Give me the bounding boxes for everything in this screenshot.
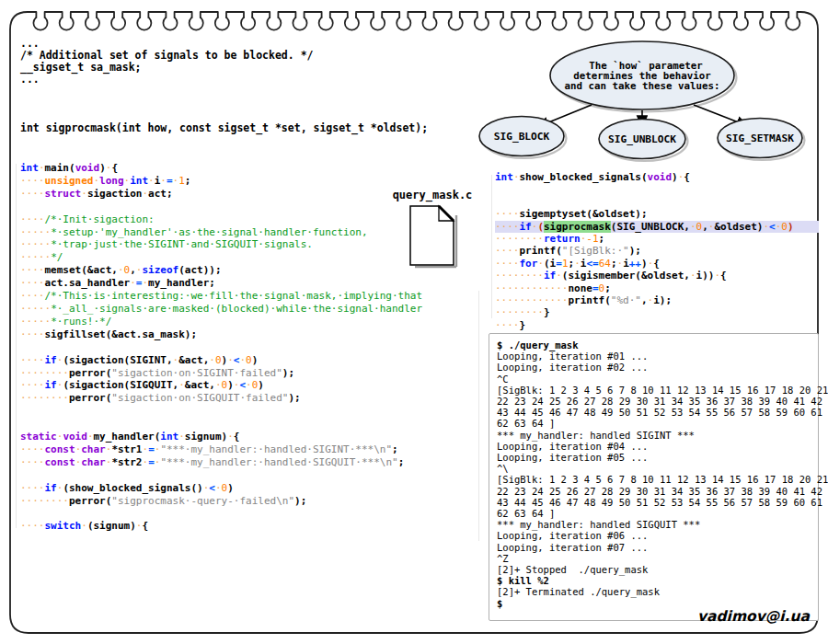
code-line: ····unsigned·long·int·i·=·1;: [20, 175, 422, 188]
spiral-loop-gap: [115, 15, 122, 18]
code-token: sigaction: [87, 188, 143, 200]
terminal-line: $ ./query_mask: [497, 339, 811, 351]
code-token: "***·my_handler:·handled·SIGINT·***\n": [160, 443, 392, 455]
code-line: ········perror("sigprocmask·-query-·fail…: [20, 495, 422, 508]
code-token: if: [45, 354, 57, 366]
terminal-window: $ ./query_maskLooping, iteration #01 ...…: [489, 333, 819, 621]
code-token: 1: [178, 175, 185, 187]
code-token: sigprocmask: [544, 221, 611, 233]
code-token: int: [20, 162, 39, 174]
code-token: ·: [690, 270, 696, 282]
code-token: (act));: [178, 264, 221, 276]
code-token: ····: [495, 221, 520, 233]
spiral-loop-gap: [426, 15, 433, 18]
code-token: *·runs!·*/: [51, 316, 111, 328]
code-token: ·: [209, 354, 215, 366]
code-token: ·: [178, 431, 185, 443]
terminal-line: *** my_handler: handled SIGINT ***: [497, 430, 811, 441]
code-line: [20, 418, 422, 431]
code-token: ····: [20, 354, 45, 366]
code-line: ····/*·Init·sigaction:: [20, 213, 422, 226]
code-line: ····}: [495, 319, 819, 331]
code-token: ;: [604, 282, 611, 294]
terminal-line: $ kill %2: [497, 575, 811, 586]
spiral-loop-gap: [452, 15, 459, 18]
spiral-loop-gap: [218, 15, 225, 18]
divider: [491, 175, 492, 318]
code-line: ············none=0;: [495, 282, 819, 294]
code-token: ·····: [20, 303, 51, 315]
spiral-loop-gap: [685, 15, 693, 18]
terminal-line: [2]+ Stopped ./query_mask: [497, 564, 811, 575]
code-token: sigemptyset(&oldset);: [520, 208, 648, 220]
code-token: ;: [599, 233, 605, 245]
code-token: ········: [20, 495, 69, 507]
code-line: [20, 469, 422, 482]
code-token: ): [227, 482, 234, 494]
code-token: ·: [81, 188, 87, 200]
code-line: ····if·(show_blocked_signals()·<·0): [20, 482, 422, 495]
code-token: my_handler(: [94, 431, 161, 443]
terminal-line: Looping, iteration #07 ...: [497, 542, 811, 553]
code-token: ····: [20, 290, 45, 302]
code-token: {: [142, 520, 148, 532]
main-code-block: int·main(void)·{····unsigned·long·int·i·…: [20, 162, 422, 533]
code-line: ·····*·trap·just·the·SIGINT·and·SIGQUIT·…: [20, 238, 422, 251]
code-token: ·: [118, 264, 124, 276]
terminal-line: ^\: [497, 463, 811, 474]
code-token: <=: [586, 258, 598, 270]
code-token: ·: [215, 482, 222, 494]
code-token: ········: [495, 306, 544, 318]
spiral-loop-gap: [63, 15, 70, 18]
code-line: ····const·char·*str2·=·"***·my_handler:·…: [20, 456, 422, 469]
code-token: ········: [20, 392, 69, 404]
code-token: "sigprocmask·-query-·failed\n": [111, 495, 294, 507]
divider: [16, 164, 17, 528]
code-token: "[SigBlk:·": [562, 245, 629, 257]
code-token: ·: [690, 221, 696, 233]
code-line: int sigprocmask(int how, const sigset_t …: [20, 122, 428, 134]
code-token: ····: [20, 264, 45, 276]
code-token: ····: [20, 277, 45, 289]
code-token: -1: [586, 233, 598, 245]
code-token: ····: [20, 175, 45, 187]
code-token: show_blocked_signals(: [520, 171, 648, 183]
code-token: 64: [599, 258, 611, 270]
code-token: ········: [495, 270, 544, 282]
code-token: const: [45, 456, 75, 468]
code-token: /*·This·is·interesting:·we·fill·the·sign…: [45, 290, 423, 302]
code-token: {: [234, 431, 240, 443]
code-token: ·: [556, 270, 562, 282]
code-token: *str2: [111, 456, 142, 468]
code-token: ): [252, 354, 259, 366]
code-line: ········perror("sigaction·on·SIGQUIT·fai…: [20, 392, 422, 405]
code-token: i);: [653, 294, 672, 306]
code-token: /*·Init·sigaction:: [45, 213, 155, 225]
file-label: query_mask.c: [386, 189, 478, 201]
code-token: ,: [641, 294, 648, 306]
code-token: ·: [513, 171, 520, 183]
code-token: ·: [227, 431, 234, 443]
code-token: =: [556, 258, 562, 270]
code-token: "***·my_handler:·handled·SIGQUIT·***\n": [160, 456, 397, 468]
code-token: 1: [562, 258, 569, 270]
code-token: 0: [215, 354, 222, 366]
code-token: {: [111, 162, 118, 174]
code-token: ·: [39, 162, 45, 174]
code-token: ····: [20, 443, 45, 455]
code-token: ...: [20, 37, 40, 50]
code-token: ·····: [20, 251, 51, 263]
code-token: ): [788, 221, 794, 233]
spiral-loop-gap: [660, 15, 667, 18]
code-line: ····/*·This·is·interesting:·we·fill·the·…: [20, 290, 422, 303]
divider: [478, 291, 479, 541]
terminal-line: 43 44 45 46 47 48 49 50 51 52 53 54 55 5…: [497, 497, 811, 508]
code-token: int sigprocmask(int how, const sigset_t …: [20, 121, 428, 134]
code-line: ...: [20, 74, 428, 86]
terminal-line: [2]+ Terminated ./query_mask: [497, 586, 811, 597]
spiral-loop-gap: [607, 15, 615, 18]
flowchart-node-label: SIG_BLOCK: [494, 131, 550, 143]
code-token: (sigismember(&oldset,: [562, 270, 690, 282]
code-line: int·main(void)·{: [20, 162, 422, 175]
code-token: int: [495, 171, 513, 183]
